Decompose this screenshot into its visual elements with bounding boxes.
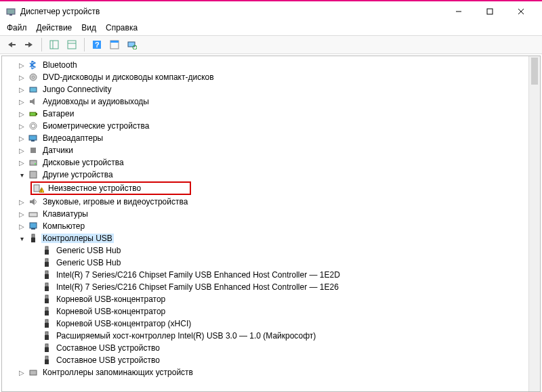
- tree-category-audio-io[interactable]: ▷ Аудиовходы и аудиовыходы: [3, 95, 539, 108]
- svg-rect-45: [45, 250, 49, 255]
- scan-hardware-button[interactable]: [125, 37, 140, 52]
- tree-item-intel-1e2d[interactable]: Intel(R) 7 Series/C216 Chipset Family US…: [3, 269, 539, 281]
- usb-icon: [41, 269, 52, 280]
- usb-icon: [41, 257, 52, 268]
- tree-label: Батареи: [41, 109, 75, 118]
- bluetooth-icon: [28, 60, 39, 70]
- expand-icon[interactable]: ▷: [17, 109, 26, 118]
- svg-rect-57: [45, 323, 49, 328]
- tree-category-storage-controllers[interactable]: ▷ Контроллеры запоминающих устройств: [3, 366, 539, 378]
- menu-action[interactable]: Действие: [37, 23, 72, 32]
- tree-item-unknown-device[interactable]: ! Неизвестное устройство: [3, 181, 539, 196]
- tree-item-composite-usb[interactable]: Составное USB устройство: [3, 354, 539, 366]
- svg-rect-38: [29, 213, 37, 217]
- tree-item-generic-usb-hub[interactable]: Generic USB Hub: [3, 244, 539, 257]
- tree-label: Generic USB Hub: [55, 246, 122, 255]
- nav-back-button[interactable]: [4, 37, 19, 52]
- expand-icon[interactable]: ▷: [17, 133, 26, 143]
- tree-item-root-hub-xhci[interactable]: Корневой USB-концентратор (xHCI): [3, 318, 539, 330]
- tree-label: Аудиовходы и аудиовыходы: [41, 97, 150, 106]
- expand-icon[interactable]: ▷: [17, 158, 26, 167]
- fingerprint-icon: [28, 121, 39, 131]
- tree-item-intel-1e26[interactable]: Intel(R) 7 Series/C216 Chipset Family US…: [3, 281, 539, 293]
- expand-icon[interactable]: ▷: [17, 121, 26, 131]
- expand-icon[interactable]: ▷: [17, 146, 26, 155]
- help-button[interactable]: ?: [89, 37, 104, 52]
- svg-rect-62: [45, 356, 48, 360]
- tree-category-usb-controllers[interactable]: ▾ Контроллеры USB: [3, 232, 539, 244]
- tree-category-jungo[interactable]: ▷ Jungo Connectivity: [3, 83, 539, 95]
- maximize-button[interactable]: [474, 1, 505, 22]
- menu-help[interactable]: Справка: [106, 23, 138, 32]
- svg-rect-59: [45, 335, 49, 340]
- svg-rect-41: [31, 228, 35, 230]
- minimize-button[interactable]: [443, 1, 474, 22]
- expand-icon[interactable]: ▷: [17, 72, 26, 82]
- sensor-icon: [28, 145, 39, 156]
- expand-icon[interactable]: ▷: [17, 368, 26, 377]
- svg-rect-22: [30, 87, 37, 92]
- svg-point-27: [31, 124, 35, 128]
- show-hide-tree-button[interactable]: [47, 37, 62, 52]
- tree-label: Компьютер: [41, 221, 86, 231]
- close-button[interactable]: [505, 1, 537, 22]
- device-tree[interactable]: ▷ Bluetooth ▷ DVD-дисководы и дисководы …: [2, 56, 540, 391]
- svg-rect-46: [45, 259, 48, 262]
- window-controls: [443, 1, 537, 22]
- tree-item-generic-usb-hub[interactable]: Generic USB Hub: [3, 257, 539, 269]
- tree-category-video-adapters[interactable]: ▷ Видеоадаптеры: [3, 132, 539, 144]
- tree-item-root-hub[interactable]: Корневой USB-концентратор: [3, 293, 539, 305]
- tree-label: Контроллеры запоминающих устройств: [41, 368, 194, 377]
- tree-category-sensors[interactable]: ▷ Датчики: [3, 144, 539, 156]
- usb-icon: [41, 245, 52, 256]
- tree-item-extensible-xhci[interactable]: Расширяемый хост-контроллер Intel(R) USB…: [3, 330, 539, 342]
- vertical-scrollbar[interactable]: [528, 56, 540, 391]
- svg-rect-34: [34, 185, 39, 192]
- tree-category-dvd[interactable]: ▷ DVD-дисководы и дисководы компакт-диск…: [3, 71, 539, 83]
- expand-icon[interactable]: ▷: [17, 60, 26, 70]
- tree-category-disk-devices[interactable]: ▷ Дисковые устройства: [3, 156, 539, 169]
- tree-label: Датчики: [41, 146, 75, 155]
- svg-marker-37: [30, 198, 35, 205]
- svg-rect-0: [7, 9, 15, 14]
- svg-rect-10: [50, 41, 58, 49]
- svg-rect-40: [30, 223, 37, 228]
- svg-rect-58: [45, 332, 48, 335]
- properties-button[interactable]: [107, 37, 122, 52]
- tree-category-biometric[interactable]: ▷ Биометрические устройства: [3, 120, 539, 132]
- svg-rect-54: [45, 307, 48, 311]
- tree-category-sound-video-game[interactable]: ▷ Звуковые, игровые и видеоустройства: [3, 196, 539, 208]
- tree-category-keyboards[interactable]: ▷ Клавиатуры: [3, 208, 539, 220]
- tree-category-batteries[interactable]: ▷ Батареи: [3, 108, 539, 120]
- details-button[interactable]: [64, 37, 79, 52]
- expand-icon[interactable]: ▷: [17, 209, 26, 219]
- svg-rect-30: [30, 148, 36, 153]
- tree-label: Корневой USB-концентратор: [55, 307, 167, 316]
- svg-rect-43: [31, 238, 35, 242]
- menu-file[interactable]: Файл: [7, 23, 27, 32]
- svg-rect-7: [12, 44, 16, 45]
- svg-marker-23: [30, 98, 35, 105]
- usb-icon: [41, 330, 52, 341]
- sound-icon: [28, 196, 39, 207]
- collapse-icon[interactable]: ▾: [17, 234, 26, 243]
- tree-category-other-devices[interactable]: ▾ Другие устройства: [3, 169, 539, 181]
- expand-icon[interactable]: ▷: [17, 197, 26, 206]
- expand-icon[interactable]: ▷: [17, 221, 26, 231]
- tree-category-bluetooth[interactable]: ▷ Bluetooth: [3, 59, 539, 71]
- expand-icon[interactable]: ▷: [17, 97, 26, 106]
- usb-icon: [28, 233, 39, 244]
- device-manager-icon: [5, 6, 16, 17]
- expand-icon[interactable]: ▷: [17, 85, 26, 94]
- nav-forward-button[interactable]: [22, 37, 37, 52]
- tree-label: Generic USB Hub: [55, 258, 122, 267]
- usb-icon: [41, 306, 52, 317]
- svg-rect-60: [45, 344, 48, 347]
- collapse-icon[interactable]: ▾: [17, 170, 26, 179]
- tree-item-composite-usb[interactable]: Составное USB устройство: [3, 342, 539, 354]
- tree-item-root-hub[interactable]: Корневой USB-концентратор: [3, 305, 539, 318]
- svg-rect-3: [487, 9, 493, 14]
- display-adapter-icon: [28, 133, 39, 144]
- tree-category-computer[interactable]: ▷ Компьютер: [3, 220, 539, 232]
- menu-view[interactable]: Вид: [81, 23, 96, 32]
